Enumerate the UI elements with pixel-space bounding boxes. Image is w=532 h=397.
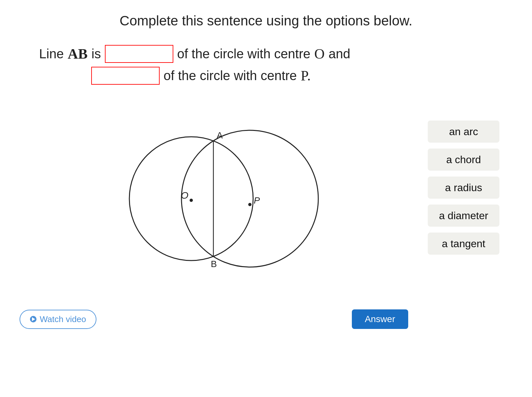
option-a-chord[interactable]: a chord [428, 149, 499, 171]
line1-AB: AB [68, 46, 88, 62]
play-icon [30, 316, 36, 322]
svg-text:P: P [254, 195, 260, 206]
line2-suffix: of the circle with centre [164, 68, 297, 83]
answer-button[interactable]: Answer [352, 309, 408, 329]
line1-suffix: of the circle with centre [177, 47, 310, 61]
sentence-area: Line AB is of the circle with centre O a… [39, 45, 512, 85]
watch-video-button[interactable]: Watch video [20, 310, 96, 329]
line1-O: O [314, 46, 325, 62]
sentence-line1: Line AB is of the circle with centre O a… [39, 45, 512, 63]
diagram-area: O P A B Watch video Answer [20, 101, 408, 329]
bottom-area: Watch video Answer [20, 309, 408, 329]
page-container: Complete this sentence using the options… [0, 0, 532, 342]
option-a-diameter[interactable]: a diameter [428, 205, 499, 227]
line1-and: and [328, 47, 350, 61]
content-area: O P A B Watch video Answer [20, 101, 512, 329]
label-A: A [217, 130, 223, 140]
option-an-arc[interactable]: an arc [428, 121, 499, 143]
diagram-svg: O P A B [100, 101, 328, 296]
svg-point-5 [248, 203, 252, 206]
svg-point-3 [190, 199, 193, 202]
option-a-radius[interactable]: a radius [428, 177, 499, 199]
blank-box-1[interactable] [105, 45, 173, 63]
svg-point-1 [181, 130, 318, 267]
instruction-text: Complete this sentence using the options… [20, 13, 512, 29]
options-area: an arc a chord a radius a diameter a tan… [428, 121, 499, 255]
blank-box-2[interactable] [91, 67, 160, 85]
option-a-tangent[interactable]: a tangent [428, 233, 499, 255]
line1-prefix: Line [39, 47, 64, 61]
label-B: B [211, 259, 217, 269]
svg-text:O: O [181, 190, 188, 201]
sentence-line2: of the circle with centre P. [91, 67, 512, 85]
line2-P: P. [301, 67, 311, 84]
line1-is: is [92, 47, 101, 61]
